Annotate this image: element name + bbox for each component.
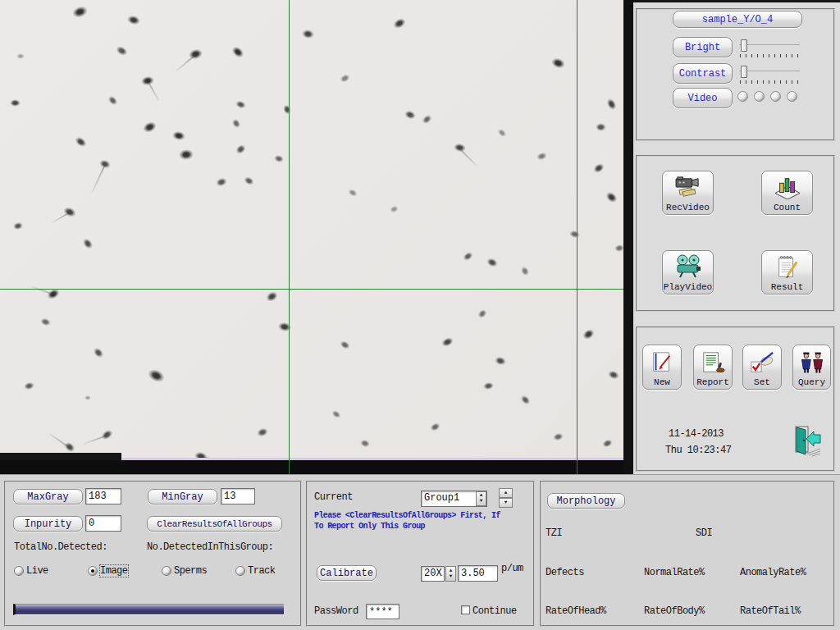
capture-actions-group: RecVideo Count [636,155,835,312]
contrast-slider-track[interactable] [739,71,800,72]
morphology-button[interactable]: Morphology [547,493,625,509]
video-controls-group: sample_Y/O_4 Bright Contrast Video [636,8,835,141]
report-document-icon [701,351,725,377]
rate-of-body-label: RateOfBody% [644,605,705,617]
bright-slider-ticks [740,54,801,57]
bright-button[interactable]: Bright [673,37,733,57]
exit-button[interactable] [792,425,823,459]
bright-slider-thumb[interactable] [741,39,747,52]
people-icon [799,351,825,377]
defects-label: Defects [546,567,584,578]
session-actions-group: New Report [636,326,835,472]
radio-sperms-label: Sperms [174,565,207,577]
grid-line-vertical-1 [289,0,290,474]
min-gray-input[interactable] [221,488,255,504]
rate-of-head-label: RateOfHead% [546,605,606,617]
count-label: Count [774,203,801,212]
new-label: New [654,377,670,387]
max-gray-button[interactable]: MaxGray [13,489,83,504]
view-divider [623,0,633,474]
video-indicator-1[interactable] [737,91,748,102]
projector-icon [673,254,703,282]
radio-track[interactable]: Track [235,565,276,577]
group-spin-buttons[interactable]: ▲ ▼ [499,488,513,508]
tzi-label: TZI [546,527,562,539]
new-button[interactable]: New [642,345,682,390]
radio-image-circle[interactable] [88,566,98,576]
radio-image[interactable]: Image [88,565,128,577]
sample-name-button[interactable]: sample_Y/O_4 [673,11,802,28]
magnification-spinner[interactable]: ▲▼ [445,566,456,582]
notice-line-2: To Report Only This Group [314,522,425,531]
settings-check-icon [750,351,774,377]
radio-image-label: Image [100,565,128,577]
report-label: Report [696,377,729,387]
radio-live[interactable]: Live [14,565,48,577]
sdi-label: SDI [696,527,712,539]
password-label: PassWord [314,605,358,617]
group-combo-spinner[interactable]: ▲▼ [476,491,486,506]
video-indicator-4[interactable] [787,91,797,102]
result-label: Result [771,282,804,292]
continue-checkbox[interactable] [461,605,470,614]
inpurity-input[interactable] [85,515,121,532]
play-video-button[interactable]: PlayVideo [662,250,714,294]
video-bottom-bar [0,460,623,474]
rec-video-button[interactable]: RecVideo [662,171,714,215]
password-input[interactable] [366,604,399,619]
new-document-icon [650,351,674,377]
bottom-control-panel: MaxGray MinGray Inpurity ClearResultsOfA… [0,474,840,630]
query-button[interactable]: Query [792,345,831,390]
set-button[interactable]: Set [742,345,782,390]
count-button[interactable]: Count [761,171,813,215]
contrast-slider[interactable] [739,65,801,84]
radio-live-circle[interactable] [14,566,24,576]
exit-door-icon [792,424,822,461]
result-button[interactable]: Result [761,250,813,294]
date-display: 11-14-2013 [669,428,724,440]
radio-track-circle[interactable] [235,566,245,576]
anomaly-rate-label: AnomalyRate% [740,567,806,578]
bright-slider-track[interactable] [739,44,800,46]
video-button[interactable]: Video [673,88,733,108]
group-detected-label: No.DetectedInThisGroup: [147,541,273,553]
morphology-panel: Morphology TZI SDI Defects NormalRate% A… [540,481,835,627]
set-label: Set [754,377,770,387]
group-spin-up[interactable]: ▲ [499,488,513,498]
bar-chart-icon [774,175,801,203]
magnification-combobox[interactable]: 20X [421,566,445,582]
time-display: Thu 10:23:47 [665,445,731,456]
video-indicator-2[interactable] [754,91,765,102]
inpurity-button[interactable]: Inpurity [13,516,83,532]
grid-line-horizontal-1 [0,289,623,290]
continue-label: Continue [472,605,517,617]
max-gray-input[interactable] [85,488,121,504]
rate-of-tail-label: RateOfTail% [740,605,801,617]
min-gray-button[interactable]: MinGray [148,489,217,504]
contrast-slider-thumb[interactable] [741,66,747,78]
scale-input[interactable] [458,565,498,582]
casa-application-window: sample_Y/O_4 Bright Contrast Video [0,0,840,630]
grid-line-vertical-2 [577,0,578,474]
contrast-button[interactable]: Contrast [673,63,733,84]
clear-results-button[interactable]: ClearResultsOfAllGroups [147,516,282,532]
bright-slider[interactable] [739,39,801,58]
play-video-label: PlayVideo [664,282,712,292]
normal-rate-label: NormalRate% [644,567,705,578]
current-label: Current [314,491,353,503]
calibrate-button[interactable]: Calibrate [317,565,377,581]
radio-track-label: Track [248,565,276,577]
notepad-icon [774,254,801,282]
radio-sperms[interactable]: Sperms [162,565,207,577]
group-spin-down[interactable]: ▼ [499,498,513,508]
radio-sperms-circle[interactable] [162,566,171,576]
report-button[interactable]: Report [693,345,733,390]
microscope-view[interactable] [0,0,623,474]
query-label: Query [798,377,825,387]
group-settings-panel: Current Group1 ▲▼ ▲ ▼ Please <ClearResul… [306,481,535,627]
video-indicator-3[interactable] [770,91,781,102]
camcorder-icon [673,176,704,203]
contrast-slider-ticks [740,80,801,84]
total-detected-label: TotalNo.Detected: [14,541,107,553]
video-edge-artifact [0,453,121,460]
